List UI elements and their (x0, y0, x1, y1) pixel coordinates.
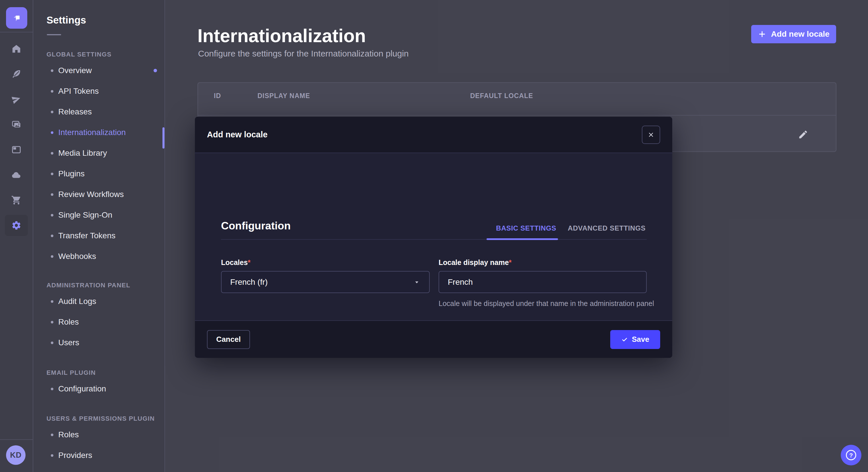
add-new-locale-modal: Add new locale Configuration BASIC SETTI… (195, 117, 672, 358)
active-tab-underline (487, 238, 558, 240)
locales-field: Locales* French (fr) (221, 258, 430, 293)
required-marker: * (509, 258, 512, 266)
configuration-heading: Configuration (221, 220, 291, 232)
modal-footer: Cancel Save (195, 320, 672, 358)
chevron-down-icon (413, 278, 421, 286)
modal-header: Add new locale (195, 117, 672, 153)
locales-select[interactable]: French (fr) (221, 271, 430, 293)
save-button[interactable]: Save (610, 330, 660, 349)
tabs-divider (221, 239, 647, 240)
check-icon (621, 336, 628, 343)
close-icon (648, 131, 654, 138)
modal-title: Add new locale (207, 130, 268, 139)
tab-advanced-settings[interactable]: ADVANCED SETTINGS (568, 224, 646, 232)
display-name-label: Locale display name* (439, 258, 647, 267)
locales-label: Locales* (221, 258, 430, 267)
cancel-button[interactable]: Cancel (207, 330, 250, 349)
display-name-helper-text: Locale will be displayed under that name… (439, 299, 661, 308)
display-name-field: Locale display name* Locale will be disp… (439, 258, 647, 308)
close-modal-button[interactable] (642, 126, 660, 144)
required-marker: * (248, 258, 251, 266)
tab-basic-settings[interactable]: BASIC SETTINGS (496, 224, 556, 232)
modal-body: Configuration BASIC SETTINGS ADVANCED SE… (195, 154, 672, 320)
locales-select-value: French (fr) (230, 278, 268, 287)
display-name-input[interactable] (439, 271, 647, 293)
